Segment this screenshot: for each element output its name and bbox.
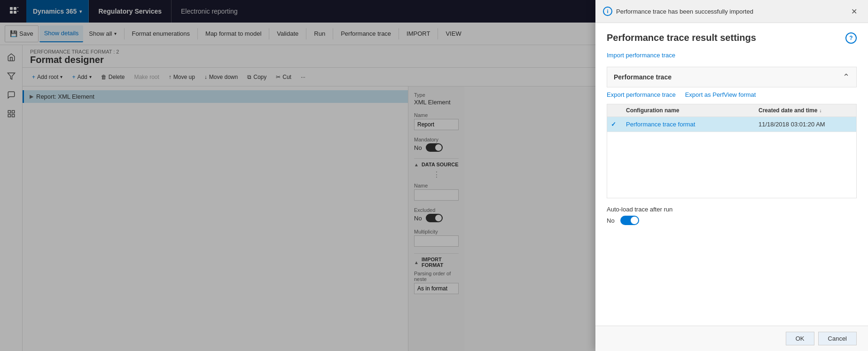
overlay-topbar: i Performance trace has been successfull… bbox=[595, 0, 868, 23]
export-trace-link[interactable]: Export performance trace bbox=[607, 91, 676, 98]
topbar-message: Performance trace has been successfully … bbox=[616, 8, 844, 15]
collapse-icon: ⌃ bbox=[843, 72, 850, 82]
table-row[interactable]: ✓ Performance trace format 11/18/2018 03… bbox=[607, 117, 856, 132]
auto-load-toggle[interactable] bbox=[620, 216, 639, 225]
ok-button[interactable]: OK bbox=[786, 332, 814, 345]
table-header: Configuration name Created date and time… bbox=[607, 104, 856, 117]
import-performance-trace-link[interactable]: Import performance trace bbox=[607, 52, 675, 59]
cancel-button[interactable]: Cancel bbox=[818, 332, 857, 345]
auto-load-row: No bbox=[607, 216, 857, 225]
performance-trace-section[interactable]: Performance trace ⌃ bbox=[607, 67, 857, 87]
config-col-header: Configuration name bbox=[626, 107, 759, 114]
date-col-label: Created date and time bbox=[759, 107, 817, 114]
table-empty-space bbox=[607, 132, 856, 198]
auto-load-knob bbox=[631, 217, 638, 224]
sort-arrow-icon: ↓ bbox=[819, 108, 821, 113]
overlay-title: Performance trace result settings bbox=[607, 32, 756, 43]
section-collapse-title: Performance trace bbox=[614, 73, 672, 81]
overlay-panel: i Performance trace has been successfull… bbox=[595, 0, 868, 351]
row-config-name[interactable]: Performance trace format bbox=[626, 121, 759, 128]
topbar-close-button[interactable]: ✕ bbox=[847, 5, 860, 18]
auto-load-label: Auto-load trace after run bbox=[607, 206, 857, 213]
help-icon[interactable]: ? bbox=[845, 32, 857, 44]
info-icon: i bbox=[603, 7, 612, 16]
export-perfview-link[interactable]: Export as PerfView format bbox=[685, 91, 756, 98]
row-check: ✓ bbox=[611, 121, 626, 128]
trace-table: Configuration name Created date and time… bbox=[607, 104, 857, 198]
auto-load-no: No bbox=[607, 217, 615, 224]
auto-load-section: Auto-load trace after run No bbox=[607, 206, 857, 225]
date-col-header[interactable]: Created date and time ↓ bbox=[759, 107, 852, 114]
trace-actions: Export performance trace Export as PerfV… bbox=[607, 91, 857, 98]
overlay-body: Performance trace result settings ? Impo… bbox=[595, 23, 868, 326]
row-date: 11/18/2018 03:01:20 AM bbox=[759, 121, 852, 128]
overlay-footer: OK Cancel bbox=[595, 326, 868, 351]
